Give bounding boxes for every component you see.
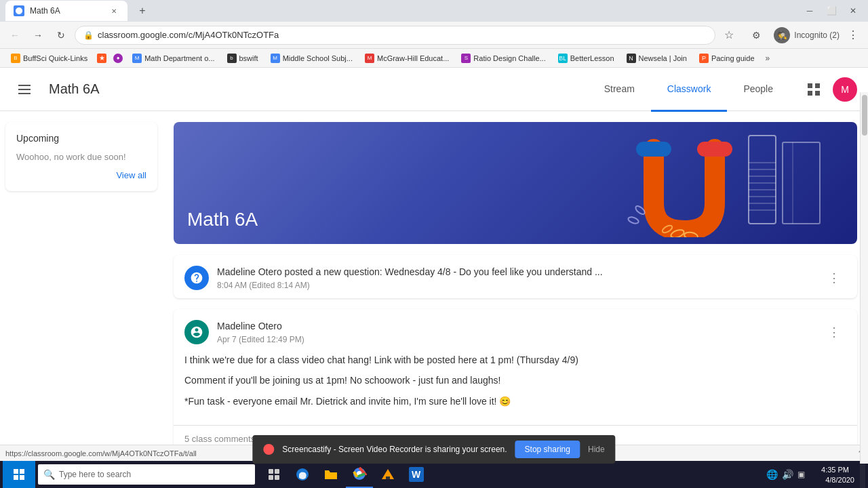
screencastify-bar: Screencastify - Screen Video Recorder is… bbox=[252, 435, 615, 445]
bookmark-star[interactable]: ★ bbox=[94, 51, 109, 66]
nav-stream[interactable]: Stream bbox=[588, 68, 651, 112]
svg-rect-1 bbox=[18, 89, 31, 90]
nav-people[interactable]: People bbox=[727, 68, 789, 112]
screencastify-icon bbox=[263, 444, 274, 445]
reload-button[interactable]: ↻ bbox=[52, 26, 71, 45]
incognito-area: 🕵 Incognito (2) bbox=[774, 27, 840, 43]
taskbar-word[interactable]: W bbox=[403, 461, 430, 488]
bookmark-favicon-better: BL bbox=[558, 54, 568, 63]
incognito-label: Incognito (2) bbox=[794, 30, 840, 40]
show-desktop-button[interactable] bbox=[860, 461, 865, 488]
bookmark-star-button[interactable]: ☆ bbox=[719, 26, 738, 45]
post-menu-button[interactable]: ⋮ bbox=[822, 266, 846, 290]
address-bar-row: ← → ↻ 🔒 classroom.google.com/c/MjA4OTk0N… bbox=[0, 22, 868, 49]
network-icon[interactable]: 🌐 bbox=[766, 469, 778, 480]
bookmarks-bar: B BuffSci Quick-Links ★ ● M Math Departm… bbox=[0, 49, 868, 68]
post-line-3: *Fun task - everyone email Mr. Dietrick … bbox=[184, 394, 846, 409]
post-avatar-question bbox=[184, 266, 209, 290]
bookmark-mcgraw[interactable]: M McGraw-Hill Educat... bbox=[359, 51, 454, 66]
bookmark-ratio-label: Ratio Design Challe... bbox=[473, 54, 545, 62]
taskbar-search-box[interactable]: 🔍 Type here to search bbox=[38, 464, 255, 485]
taskbar: 🔍 Type here to search bbox=[0, 461, 868, 488]
bookmark-better[interactable]: BL BetterLesson bbox=[553, 51, 620, 66]
volume-icon[interactable]: 🔊 bbox=[782, 469, 793, 480]
back-button[interactable]: ← bbox=[5, 26, 24, 45]
taskbar-date: 4/8/2020 bbox=[825, 476, 854, 484]
bookmark-newsela[interactable]: N Newsela | Join bbox=[621, 51, 692, 66]
bookmark-label: BuffSci Quick-Links bbox=[23, 54, 87, 62]
bookmark-math-label: Math Department o... bbox=[144, 54, 214, 62]
bookmark-math-dept[interactable]: M Math Department o... bbox=[127, 51, 220, 66]
bookmark-pacing[interactable]: P Pacing guide bbox=[694, 51, 760, 66]
taskbar-search-placeholder: Type here to search bbox=[59, 470, 131, 479]
post-card-question: Madeline Otero posted a new question: We… bbox=[174, 255, 857, 298]
nav-classwork[interactable]: Classwork bbox=[651, 68, 728, 112]
gc-class-title: Math 6A bbox=[49, 81, 577, 97]
svg-point-22 bbox=[627, 216, 639, 225]
bookmark-middle-school[interactable]: M Middle School Subj... bbox=[265, 51, 358, 66]
lock-icon: 🔒 bbox=[83, 30, 94, 40]
apps-grid-button[interactable] bbox=[800, 76, 827, 103]
svg-rect-31 bbox=[386, 476, 390, 479]
bookmark-ratio[interactable]: S Ratio Design Challe... bbox=[456, 51, 551, 66]
new-tab-button[interactable]: + bbox=[133, 1, 152, 20]
browser-menu-button[interactable]: ⋮ bbox=[844, 26, 863, 45]
gc-header-icons: M bbox=[800, 76, 857, 103]
view-all-link[interactable]: View all bbox=[16, 170, 146, 180]
svg-rect-4 bbox=[815, 83, 820, 88]
post-line-2: Comment if you'll be joining us at 1pm! … bbox=[184, 373, 846, 388]
address-bar[interactable]: 🔒 classroom.google.com/c/MjA4OTk0NTczOTF… bbox=[75, 26, 715, 45]
svg-rect-16 bbox=[783, 142, 820, 224]
taskbar-edge[interactable] bbox=[289, 461, 316, 488]
close-button[interactable]: ✕ bbox=[844, 1, 863, 20]
svg-rect-25 bbox=[269, 475, 273, 480]
post-announce-body: I think we're due for a class video chat… bbox=[174, 352, 857, 425]
extensions-button[interactable]: ⚙ bbox=[743, 22, 770, 49]
tab-favicon bbox=[14, 5, 24, 16]
bookmark-circle[interactable]: ● bbox=[111, 51, 125, 66]
post-header: Madeline Otero posted a new question: We… bbox=[174, 255, 857, 298]
user-avatar[interactable]: M bbox=[833, 77, 857, 102]
bookmark-bswift[interactable]: b bswift bbox=[222, 51, 264, 66]
bookmark-buffsci[interactable]: B BuffSci Quick-Links bbox=[5, 51, 93, 66]
svg-text:W: W bbox=[412, 469, 421, 480]
forward-button[interactable]: → bbox=[28, 26, 47, 45]
bookmark-favicon-pacing: P bbox=[699, 54, 709, 63]
post-card-announcement: Madeline Otero Apr 7 (Edited 12:49 PM) ⋮… bbox=[174, 309, 857, 445]
minimize-button[interactable]: ─ bbox=[800, 1, 819, 20]
bookmarks-more-button[interactable]: » bbox=[762, 52, 774, 64]
tab-close-button[interactable]: ✕ bbox=[108, 5, 119, 16]
start-button[interactable] bbox=[3, 461, 35, 488]
taskbar-task-view[interactable] bbox=[260, 461, 288, 488]
maximize-button[interactable]: ⬜ bbox=[822, 1, 841, 20]
bookmark-favicon-star: ★ bbox=[97, 54, 106, 63]
taskbar-chrome[interactable] bbox=[346, 461, 373, 488]
gc-header: Math 6A Stream Classwork People M bbox=[0, 68, 868, 111]
browser-tab[interactable]: Math 6A ✕ bbox=[5, 1, 127, 21]
post-question-time: 8:04 AM (Edited 8:14 AM) bbox=[217, 281, 814, 290]
url-text: classroom.google.com/c/MjA4OTk0NTczOTFa bbox=[98, 30, 707, 40]
svg-rect-6 bbox=[815, 91, 820, 96]
banner-illustration bbox=[572, 129, 830, 237]
taskbar-file-explorer[interactable] bbox=[317, 461, 344, 488]
bookmark-favicon-circle: ● bbox=[113, 54, 123, 63]
svg-rect-5 bbox=[808, 91, 812, 96]
post-announce-menu-button[interactable]: ⋮ bbox=[822, 320, 846, 344]
taskbar-vlc[interactable] bbox=[374, 461, 401, 488]
svg-rect-24 bbox=[275, 469, 279, 474]
taskbar-time: 4:35 PM bbox=[816, 465, 854, 475]
scrollbar-thumb[interactable] bbox=[862, 95, 867, 136]
scrollbar-track[interactable] bbox=[860, 92, 868, 445]
bookmark-bswift-label: bswift bbox=[239, 54, 258, 62]
gc-sidebar: Upcoming Woohoo, no work due soon! View … bbox=[0, 111, 163, 445]
post-question-title: Madeline Otero posted a new question: We… bbox=[217, 266, 814, 279]
stop-sharing-button[interactable]: Stop sharing bbox=[515, 441, 580, 445]
hamburger-menu-button[interactable] bbox=[11, 76, 38, 103]
taskbar-sys-icons: 🌐 🔊 ▣ bbox=[761, 461, 810, 488]
windows-icon bbox=[14, 469, 24, 480]
tab-title: Math 6A bbox=[30, 6, 103, 16]
taskbar-clock[interactable]: 4:35 PM 4/8/2020 bbox=[810, 465, 860, 483]
bookmark-favicon-bswift: b bbox=[227, 54, 237, 63]
incognito-icon: 🕵 bbox=[774, 27, 790, 43]
post-announce-date: Apr 7 (Edited 12:49 PM) bbox=[217, 335, 814, 344]
